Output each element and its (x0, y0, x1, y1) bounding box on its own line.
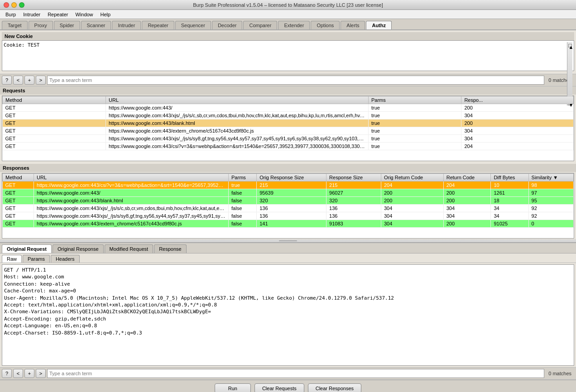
responses-row-4[interactable]: GET https://www.google.com:443/xjs/_/js/… (3, 212, 574, 220)
resp-orig-return-2: 200 (381, 197, 443, 205)
requests-row-1[interactable]: GET https://www.google.com:443/xjs/_/js/… (3, 112, 574, 120)
resp-orig-size-5: 141 (257, 220, 326, 228)
resp-sim-0: 98 (528, 182, 573, 189)
request-text-area: GET / HTTP/1.1 Host: www.google.com Conn… (2, 264, 574, 366)
top-clear-button[interactable]: > (36, 76, 46, 85)
responses-row-2[interactable]: GET https://www.google.com:443/blank.htm… (3, 197, 574, 205)
resp-sim-2: 95 (528, 197, 573, 205)
requests-row-2[interactable]: GET https://www.google.com:443/blank.htm… (3, 120, 574, 127)
innertab-params[interactable]: Params (23, 255, 50, 263)
responses-row-0[interactable]: GET https://www.google.com:443/csi?v=3&s… (3, 182, 574, 189)
bottom-match-count: 0 matches (546, 371, 574, 376)
tab-decoder[interactable]: Decoder (212, 21, 243, 29)
responses-row-1[interactable]: GET https://www.google.com:443/ false 95… (3, 189, 574, 197)
subtab-response[interactable]: Response (154, 244, 187, 253)
close-button[interactable] (4, 2, 9, 8)
title-bar: Burp Suite Professional v1.5.04 – licens… (0, 0, 576, 10)
resp-size-3: 136 (326, 205, 381, 212)
cookie-input[interactable]: Cookie: TEST (2, 40, 574, 71)
run-button[interactable]: Run (215, 383, 251, 392)
new-cookie-section: New Cookie Cookie: TEST ▲ ▼ (0, 30, 576, 74)
requests-row-4[interactable]: GET https://www.google.com:443/xjs/_/js/… (3, 135, 574, 143)
responses-row-5[interactable]: GET https://www.google.com:443/extern_ch… (3, 220, 574, 228)
bottom-search-input[interactable] (47, 369, 544, 378)
req-resp-5: 204 (461, 143, 574, 150)
subtab-original-request[interactable]: Original Request (2, 244, 52, 253)
responses-table-container[interactable]: Method URL Parms Orig Response Size Resp… (2, 173, 574, 239)
resp-col-return: Return Code (443, 174, 491, 182)
requests-row-0[interactable]: GET https://www.google.com:443/ true 200 (3, 104, 574, 112)
requests-row-5[interactable]: GET https://www.google.com:443/csi?v=3&s… (3, 143, 574, 150)
tab-spider[interactable]: Spider (54, 21, 80, 29)
resp-orig-size-2: 320 (257, 197, 326, 205)
top-prev-button[interactable]: < (13, 76, 23, 85)
resp-sim-3: 92 (528, 205, 573, 212)
action-bar: Run Clear Requests Clear Responses (0, 380, 576, 392)
resp-diff-2: 18 (491, 197, 528, 205)
resp-url-0: https://www.google.com:443/csi?v=3&s=web… (34, 182, 229, 189)
menu-window[interactable]: Window (72, 11, 96, 18)
menu-bar: Burp Intruder Repeater Window Help (0, 10, 576, 19)
clear-requests-button[interactable]: Clear Requests (254, 383, 304, 392)
resp-url-4: https://www.google.com:443/xjs/_/js/s/sy… (34, 212, 229, 220)
tab-sequencer[interactable]: Sequencer (175, 21, 211, 29)
resp-url-5: https://www.google.com:443/extern_chrome… (34, 220, 229, 228)
tab-scanner[interactable]: Scanner (81, 21, 111, 29)
requests-row-3[interactable]: GET https://www.google.com:443/extern_ch… (3, 127, 574, 135)
req-resp-0: 200 (461, 104, 574, 112)
cookie-scroll-up[interactable]: ▲ (568, 44, 572, 48)
subtab-modified-request[interactable]: Modified Request (105, 244, 154, 253)
top-next-button[interactable]: + (24, 76, 34, 85)
bottom-help-button[interactable]: ? (2, 369, 12, 378)
resp-method-2: GET (3, 197, 34, 205)
minimize-button[interactable] (11, 2, 17, 8)
top-help-button[interactable]: ? (2, 76, 12, 85)
bottom-next-button[interactable]: + (24, 369, 34, 378)
req-parms-5: true (369, 143, 461, 150)
tab-intruder[interactable]: Intruder (112, 21, 141, 29)
responses-row-3[interactable]: GET https://www.google.com:443/xjs/_/js/… (3, 205, 574, 212)
menu-intruder[interactable]: Intruder (19, 11, 44, 18)
tab-comparer[interactable]: Comparer (243, 21, 277, 29)
resp-col-method: Method (3, 174, 34, 182)
subtab-original-response[interactable]: Original Response (53, 244, 104, 253)
tab-repeater[interactable]: Repeater (142, 21, 174, 29)
tab-proxy[interactable]: Proxy (29, 21, 53, 29)
req-parms-3: true (369, 127, 461, 135)
bottom-prev-button[interactable]: < (13, 369, 23, 378)
menu-help[interactable]: Help (97, 11, 115, 18)
inner-tab-bar: Raw Params Headers (0, 253, 576, 263)
req-url-2: https://www.google.com:443/blank.html (106, 120, 369, 127)
tab-options[interactable]: Options (311, 21, 340, 29)
requests-table-container[interactable]: Method URL Parms Respo... GET https://ww… (2, 96, 574, 161)
req-resp-4: 304 (461, 135, 574, 143)
top-search-input[interactable] (47, 76, 544, 85)
resp-size-1: 96027 (326, 189, 381, 197)
menu-repeater[interactable]: Repeater (44, 11, 72, 18)
resp-method-1: GET (3, 189, 34, 197)
resp-size-2: 320 (326, 197, 381, 205)
resp-orig-return-3: 304 (381, 205, 443, 212)
resp-url-3: https://www.google.com:443/xjs/_/js/s/c,… (34, 205, 229, 212)
req-method-5: GET (3, 143, 106, 150)
resp-parms-2: false (229, 197, 257, 205)
innertab-headers[interactable]: Headers (51, 255, 80, 263)
requests-header: Requests (0, 86, 576, 95)
menu-burp[interactable]: Burp (2, 11, 19, 18)
req-url-0: https://www.google.com:443/ (106, 104, 369, 112)
responses-section: Responses Method URL Parms Orig Response… (0, 164, 576, 239)
req-url-3: https://www.google.com:443/extern_chrome… (106, 127, 369, 135)
bottom-clear-button[interactable]: > (36, 369, 46, 378)
requests-section: Requests Method URL Parms Respo... GET h… (0, 86, 576, 162)
resp-diff-4: 34 (491, 212, 528, 220)
resp-col-resp-size: Response Size (326, 174, 381, 182)
tab-authz[interactable]: Authz (366, 21, 392, 29)
clear-responses-button[interactable]: Clear Responses (308, 383, 361, 392)
tab-target[interactable]: Target (2, 21, 28, 29)
window-controls (4, 2, 24, 8)
tab-extender[interactable]: Extender (278, 21, 310, 29)
tab-alerts[interactable]: Alerts (341, 21, 365, 29)
req-url-4: https://www.google.com:443/xjs/_/js/s/sy… (106, 135, 369, 143)
maximize-button[interactable] (19, 2, 24, 8)
innertab-raw[interactable]: Raw (2, 255, 22, 263)
